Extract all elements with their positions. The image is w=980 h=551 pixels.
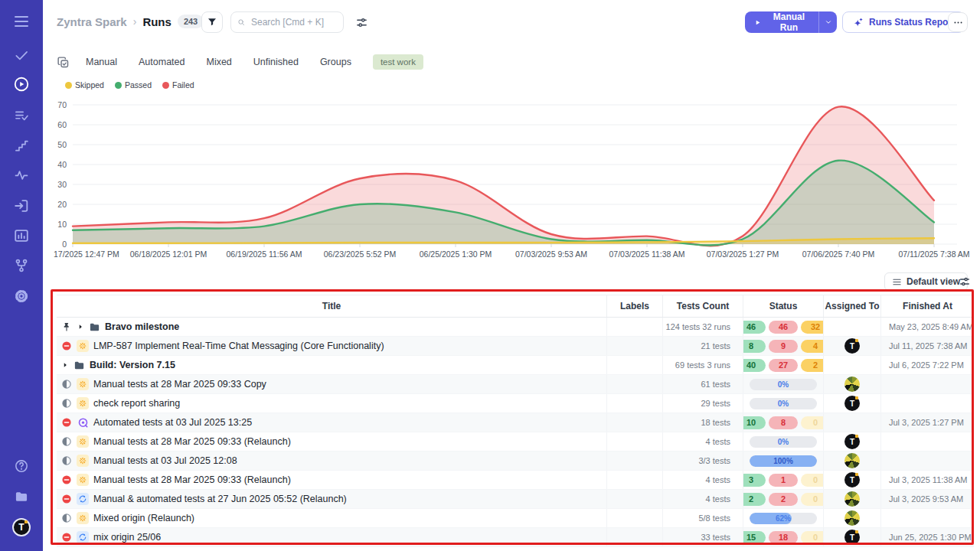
- run-title-cell: Bravo milestone: [57, 318, 607, 336]
- filter-button[interactable]: [201, 11, 223, 33]
- failed-state-icon: [61, 474, 72, 485]
- table-row[interactable]: Manual tests at 28 Mar 2025 09:33 (Relau…: [57, 471, 974, 490]
- run-title[interactable]: Manual tests at 28 Mar 2025 09:33 (Relau…: [93, 474, 291, 485]
- run-title[interactable]: Automated tests at 03 Jul 2025 13:25: [93, 417, 252, 428]
- status-badges: 464632: [743, 321, 824, 334]
- in-progress-state-icon: [61, 436, 72, 447]
- svg-text:70: 70: [57, 100, 67, 109]
- ellipsis-icon: [952, 17, 964, 28]
- legend-item-passed[interactable]: Passed: [115, 80, 152, 90]
- table-row[interactable]: Build: Version 7.1569 tests 3 runs40272J…: [57, 356, 974, 375]
- table-row[interactable]: Mixed origin (Relaunch)5/8 tests62%: [57, 509, 974, 528]
- run-title[interactable]: check report sharing: [93, 398, 180, 409]
- table-row[interactable]: LMP-587 Implement Real-Time Chat Messagi…: [57, 337, 974, 356]
- sidebar: T: [0, 0, 43, 551]
- runs-status-report-button[interactable]: Runs Status Report: [842, 11, 965, 33]
- finished-at-cell: Jul 3, 2025 9:53 AM: [881, 490, 974, 508]
- select-runs-icon[interactable]: [57, 56, 70, 69]
- search-input[interactable]: [250, 16, 337, 28]
- breadcrumb-separator-icon: ›: [133, 15, 137, 28]
- manual-run-icon: [77, 378, 89, 390]
- search-box[interactable]: [230, 11, 344, 33]
- more-actions-button[interactable]: [948, 12, 968, 32]
- tab-groups[interactable]: Groups: [320, 57, 351, 67]
- display-settings-icon[interactable]: [355, 16, 368, 29]
- table-row[interactable]: Automated tests at 03 Jul 2025 13:2518 t…: [57, 413, 974, 432]
- run-title[interactable]: Manual & automated tests at 27 Jun 2025 …: [93, 494, 347, 504]
- sidebar-settings-icon[interactable]: [14, 289, 29, 304]
- svg-text:60: 60: [57, 120, 67, 129]
- table-row[interactable]: Manual tests at 03 Jul 2025 12:083/3 tes…: [57, 452, 974, 471]
- sparkles-icon: [852, 17, 864, 28]
- tests-count-cell: 69 tests 3 runs: [663, 356, 743, 374]
- table-row[interactable]: Bravo milestone124 tests 32 runs464632Ma…: [57, 318, 974, 337]
- sidebar-import-icon[interactable]: [13, 197, 30, 214]
- assignee-avatar: T: [844, 396, 860, 411]
- sidebar-git-fork-icon[interactable]: [14, 258, 29, 273]
- run-title[interactable]: Bravo milestone: [105, 321, 179, 332]
- breadcrumb-project[interactable]: Zyntra Spark: [57, 15, 127, 28]
- run-title[interactable]: Manual tests at 28 Mar 2025 09:33 (Relau…: [93, 436, 291, 447]
- default-view-button[interactable]: Default view: [884, 272, 968, 291]
- table-row[interactable]: Manual tests at 28 Mar 2025 09:33 (Relau…: [57, 432, 974, 452]
- table-row[interactable]: check report sharing29 tests0%T: [57, 394, 974, 413]
- manual-run-dropdown[interactable]: [818, 11, 837, 33]
- tag-test-work[interactable]: test work: [373, 54, 423, 70]
- assigned-to-cell: [824, 509, 881, 527]
- legend-item-failed[interactable]: Failed: [162, 80, 194, 90]
- sidebar-list-check-icon[interactable]: [14, 108, 29, 123]
- sidebar-menu-icon[interactable]: [12, 12, 31, 31]
- sidebar-help-icon[interactable]: [14, 458, 29, 474]
- run-title[interactable]: mix origin 25/06: [93, 532, 161, 543]
- progress-bar: 100%: [750, 455, 817, 467]
- sidebar-activity-icon[interactable]: [14, 168, 29, 183]
- run-title[interactable]: LMP-587 Implement Real-Time Chat Messagi…: [93, 341, 384, 351]
- finished-at-cell: [881, 509, 974, 527]
- skipped-count-badge: 2: [801, 359, 824, 372]
- table-settings-icon[interactable]: [959, 276, 971, 288]
- assigned-to-cell: T: [824, 394, 881, 412]
- funnel-icon: [206, 16, 218, 28]
- folder-icon: [74, 360, 85, 371]
- expand-chevron-icon[interactable]: [61, 361, 69, 369]
- table-row[interactable]: mix origin 25/0633 tests15180TJun 25, 20…: [57, 528, 974, 547]
- finished-at-cell: Jul 11, 2025 7:38 AM: [881, 337, 974, 355]
- finished-at-cell: Jul 6, 2025 7:22 PM: [881, 356, 974, 374]
- expand-chevron-icon[interactable]: [77, 323, 84, 331]
- sidebar-projects-icon[interactable]: [14, 489, 29, 504]
- skipped-count-badge: 0: [801, 531, 824, 544]
- run-title[interactable]: Build: Version 7.15: [90, 360, 175, 370]
- manual-run-icon: [77, 397, 89, 409]
- assigned-to-cell: [824, 490, 881, 508]
- run-title-cell: Manual tests at 03 Jul 2025 12:08: [57, 452, 607, 470]
- sidebar-steps-icon[interactable]: [14, 138, 29, 153]
- run-title[interactable]: Manual tests at 28 Mar 2025 09:33 Copy: [93, 379, 266, 390]
- assignee-avatar: T: [844, 530, 860, 545]
- sidebar-play-circle-icon[interactable]: [13, 76, 30, 93]
- labels-cell: [607, 337, 663, 355]
- table-row[interactable]: Manual & automated tests at 27 Jun 2025 …: [57, 490, 974, 509]
- tab-mixed[interactable]: Mixed: [206, 57, 231, 67]
- column-header-title: Title: [57, 295, 607, 317]
- run-title[interactable]: Manual tests at 03 Jul 2025 12:08: [93, 455, 237, 466]
- default-view-label: Default view: [906, 276, 960, 287]
- tab-automated[interactable]: Automated: [139, 57, 185, 67]
- run-title[interactable]: Mixed origin (Relaunch): [93, 513, 194, 523]
- sidebar-bar-chart-icon[interactable]: [13, 227, 30, 244]
- manual-run-button[interactable]: Manual Run: [745, 11, 837, 33]
- passed-count-badge: 2: [743, 493, 766, 506]
- assignee-avatar: [844, 453, 860, 468]
- svg-text:06/19/2025 11:56 AM: 06/19/2025 11:56 AM: [226, 249, 302, 259]
- sidebar-user-avatar[interactable]: T: [12, 518, 31, 536]
- svg-text:06/25/2025 1:30 PM: 06/25/2025 1:30 PM: [420, 249, 492, 259]
- legend-item-skipped[interactable]: Skipped: [65, 80, 104, 90]
- status-badges: 40272: [743, 359, 824, 372]
- search-icon: [237, 17, 245, 28]
- svg-text:07/03/2025 11:38 AM: 07/03/2025 11:38 AM: [609, 249, 684, 259]
- mixed-run-icon: [77, 531, 89, 543]
- svg-text:40: 40: [57, 160, 67, 169]
- tab-manual[interactable]: Manual: [86, 57, 117, 67]
- table-row[interactable]: Manual tests at 28 Mar 2025 09:33 Copy61…: [57, 375, 974, 394]
- sidebar-check-icon[interactable]: [14, 47, 29, 63]
- tab-unfinished[interactable]: Unfinished: [253, 57, 299, 67]
